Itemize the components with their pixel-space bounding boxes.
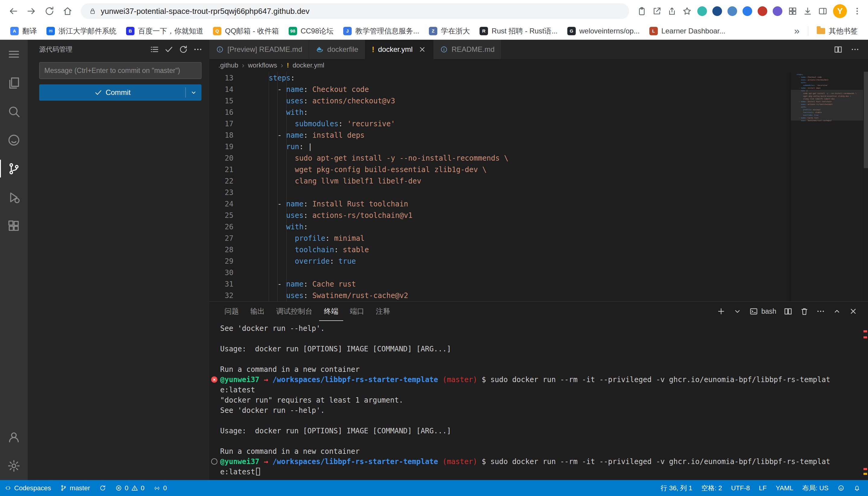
status-language-mode[interactable]: YAML xyxy=(771,480,798,496)
status-feedback[interactable] xyxy=(833,480,849,496)
status-remote-codespaces[interactable]: Codespaces xyxy=(0,480,56,496)
status-ports[interactable]: 0 xyxy=(149,480,171,496)
line-content: run: | xyxy=(260,141,312,153)
status-eol[interactable]: LF xyxy=(754,480,771,496)
extensions-puzzle-icon[interactable] xyxy=(787,5,799,17)
close-panel-icon[interactable] xyxy=(849,307,858,316)
status-sync[interactable] xyxy=(95,480,111,496)
panel-tab-output[interactable]: 输出 xyxy=(245,301,270,321)
panel-tab-ports[interactable]: 端口 xyxy=(345,301,369,321)
forward-button[interactable] xyxy=(23,3,40,19)
bookmarks-overflow-chevron[interactable]: » xyxy=(790,25,804,36)
minimap-line: with: xyxy=(791,81,863,84)
more-actions-icon[interactable] xyxy=(816,307,825,316)
extension-icon-2[interactable] xyxy=(713,6,722,16)
status-branch[interactable]: master xyxy=(56,480,94,496)
activity-run-debug[interactable] xyxy=(0,183,28,212)
split-editor-icon[interactable] xyxy=(834,45,843,54)
more-actions-icon[interactable] xyxy=(193,45,203,54)
open-in-new-icon[interactable] xyxy=(651,5,663,17)
profile-avatar[interactable]: Y xyxy=(833,4,847,18)
tabbar-actions xyxy=(825,40,868,59)
terminal-dropdown-icon[interactable] xyxy=(733,307,742,316)
view-as-list-icon[interactable] xyxy=(150,45,159,54)
browser-menu-icon[interactable] xyxy=(851,5,863,17)
home-button[interactable] xyxy=(59,3,76,19)
address-bar[interactable]: yunwei37-potential-space-trout-rpr5qwj66… xyxy=(81,3,629,19)
breadcrumb-item[interactable]: workflows xyxy=(248,61,277,69)
code-editor[interactable]: 13 steps:14 - name: Checkout code15 uses… xyxy=(209,72,868,301)
activity-source-control[interactable] xyxy=(0,154,28,183)
status-label: 0 xyxy=(163,484,167,492)
maximize-panel-icon[interactable] xyxy=(833,307,841,316)
commit-message-input[interactable] xyxy=(39,62,201,79)
refresh-icon[interactable] xyxy=(179,45,188,54)
bookmark-item-3[interactable]: B百度一下，你就知道 xyxy=(122,24,208,38)
bookmark-item-2[interactable]: ✉浙江大学邮件系统 xyxy=(42,24,121,38)
status-problems[interactable]: 00 xyxy=(111,480,149,496)
breadcrumb-item[interactable]: docker.yml xyxy=(293,61,324,69)
activity-github[interactable] xyxy=(0,126,28,154)
status-keyboard-layout[interactable]: 布局: US xyxy=(798,480,833,496)
activity-explorer[interactable] xyxy=(0,68,28,97)
other-bookmarks-folder[interactable]: 其他书签 xyxy=(812,24,862,38)
code-line: 30 xyxy=(209,267,791,278)
commit-button[interactable]: Commit xyxy=(39,84,201,100)
new-terminal-icon[interactable] xyxy=(717,307,725,316)
tab-preview-readme[interactable]: [Preview] README.md xyxy=(209,40,309,59)
refresh-button[interactable] xyxy=(41,3,58,19)
activity-extensions[interactable] xyxy=(0,212,28,240)
terminal-instance-bash[interactable]: bash xyxy=(749,307,776,316)
status-cursor-position[interactable]: 行 36, 列 1 xyxy=(656,480,697,496)
bookmark-item-6[interactable]: J教学管理信息服务... xyxy=(339,24,423,38)
panel-tab-problems[interactable]: 问题 xyxy=(220,301,244,321)
panel-tab-terminal[interactable]: 终端 xyxy=(319,301,343,321)
breadcrumb-item[interactable]: .github xyxy=(218,61,238,69)
bookmark-item-9[interactable]: Gweloveinterns/op... xyxy=(563,25,644,38)
minimap-slider[interactable] xyxy=(791,90,863,121)
activity-menu[interactable] xyxy=(0,40,28,68)
status-encoding[interactable]: UTF-8 xyxy=(727,480,754,496)
minimap[interactable]: steps: - name: Checkout code uses: actio… xyxy=(791,72,863,301)
line-content: steps: xyxy=(260,72,295,84)
activity-settings[interactable] xyxy=(0,451,28,480)
commit-button-main[interactable]: Commit xyxy=(39,84,185,100)
commit-dropdown-button[interactable] xyxy=(186,84,201,100)
bookmark-item-7[interactable]: Z学在浙大 xyxy=(425,24,474,38)
back-button[interactable] xyxy=(5,3,22,19)
commit-check-icon[interactable] xyxy=(164,45,174,54)
status-indentation[interactable]: 空格: 2 xyxy=(697,480,726,496)
extension-icon-1[interactable] xyxy=(697,6,707,16)
kill-terminal-icon[interactable] xyxy=(800,307,809,316)
split-terminal-icon[interactable] xyxy=(783,307,793,316)
more-actions-icon[interactable] xyxy=(851,45,859,54)
bookmark-star-icon[interactable] xyxy=(681,5,693,17)
bookmark-item-5[interactable]: 98CC98论坛 xyxy=(284,24,338,38)
extension-icon-3[interactable] xyxy=(728,6,737,16)
activity-account[interactable] xyxy=(0,423,28,451)
panel-tab-debug-console[interactable]: 调试控制台 xyxy=(271,301,317,321)
extension-icon-6[interactable] xyxy=(773,6,782,16)
tab-readme[interactable]: README.md xyxy=(433,40,502,59)
bookmark-item-8[interactable]: RRust 招聘 - Rust语... xyxy=(475,24,562,38)
bookmark-favicon: R xyxy=(480,27,488,35)
downloads-icon[interactable] xyxy=(802,5,814,17)
share-icon[interactable] xyxy=(666,5,678,17)
panel-tab-comments[interactable]: 注释 xyxy=(371,301,395,321)
extension-icon-4[interactable] xyxy=(743,6,752,16)
tab-docker-yml[interactable]: !docker.yml xyxy=(365,40,433,59)
tab-dockerfile[interactable]: dockerfile xyxy=(309,40,365,59)
close-icon[interactable] xyxy=(418,45,426,53)
extension-icon-5[interactable] xyxy=(758,6,767,16)
bookmark-item-4[interactable]: QQQ邮箱 - 收件箱 xyxy=(209,24,283,38)
bookmark-item-1[interactable]: A翻译 xyxy=(6,24,41,38)
status-label: 行 36, 列 1 xyxy=(660,484,692,493)
bookmark-item-10[interactable]: LLearner Dashboar... xyxy=(645,25,730,38)
activity-search[interactable] xyxy=(0,97,28,126)
terminal[interactable]: See 'docker run --help'.Usage: docker ru… xyxy=(209,321,868,480)
side-panel-icon[interactable] xyxy=(817,5,829,17)
account-icon xyxy=(7,430,21,444)
clipboard-icon[interactable] xyxy=(636,5,648,17)
status-notifications[interactable] xyxy=(849,480,865,496)
editor-scrollbar[interactable] xyxy=(864,72,868,168)
